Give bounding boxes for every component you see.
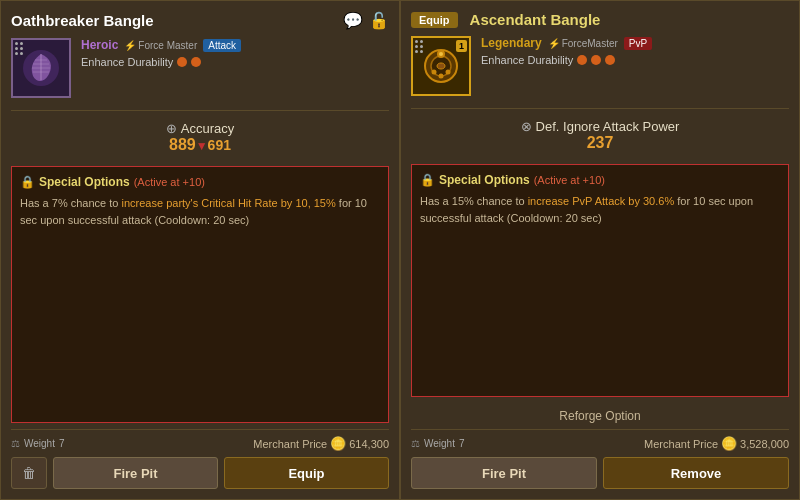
- right-quality: Legendary: [481, 36, 542, 50]
- right-panel-title: Ascendant Bangle: [470, 11, 601, 28]
- right-reforge-label: Reforge Option: [559, 409, 640, 423]
- left-panel-title: Oathbreaker Bangle: [11, 12, 154, 29]
- right-enhance-dot-3: [605, 55, 615, 65]
- right-weight-icon: ⚖: [411, 438, 420, 449]
- right-enhance-label: Enhance Durability: [481, 54, 573, 66]
- feather-svg: [19, 46, 63, 90]
- right-remove-button[interactable]: Remove: [603, 457, 789, 489]
- right-coin-icon: 🪙: [721, 436, 737, 451]
- right-enhance-dot-2: [591, 55, 601, 65]
- left-class-icon: ⚡: [124, 40, 136, 51]
- left-enhance-dot-2: [191, 57, 201, 67]
- left-item-details: Heroic ⚡ Force Master Attack Enhance Dur…: [81, 38, 389, 68]
- left-stat-sub: 691: [208, 137, 231, 153]
- left-weight: ⚖ Weight 7: [11, 438, 65, 449]
- left-price: Merchant Price 🪙 614,300: [253, 436, 389, 451]
- right-special-header: 🔒 Special Options (Active at +10): [420, 173, 780, 187]
- left-lock-icon: 🔒: [20, 175, 35, 189]
- left-header-icons: 💬 🔓: [343, 11, 389, 30]
- right-stat-value: 237: [411, 134, 789, 152]
- left-stat-arrow: ▼: [196, 139, 208, 153]
- right-item-icon: 1: [411, 36, 471, 96]
- left-quality: Heroic: [81, 38, 118, 52]
- left-class: ⚡ Force Master: [124, 40, 197, 51]
- left-special-box: 🔒 Special Options (Active at +10) Has a …: [11, 166, 389, 423]
- left-enhance-row: Enhance Durability: [81, 56, 389, 68]
- left-coin-icon: 🪙: [330, 436, 346, 451]
- right-special-highlight: increase PvP Attack by 30.6%: [528, 195, 675, 207]
- left-special-header: 🔒 Special Options (Active at +10): [20, 175, 380, 189]
- left-special-title: Special Options: [39, 175, 130, 189]
- chat-icon[interactable]: 💬: [343, 11, 363, 30]
- right-special-title: Special Options: [439, 173, 530, 187]
- left-quality-row: Heroic ⚡ Force Master Attack: [81, 38, 389, 52]
- right-item-badge: 1: [456, 40, 467, 52]
- left-firepit-button[interactable]: Fire Pit: [53, 457, 218, 489]
- right-reforge-section: Reforge Option: [411, 403, 789, 429]
- left-trash-button[interactable]: 🗑: [11, 457, 47, 489]
- left-enhance-dot-1: [177, 57, 187, 67]
- right-special-box: 🔒 Special Options (Active at +10) Has a …: [411, 164, 789, 397]
- left-icon-dots: [15, 42, 23, 55]
- right-firepit-button[interactable]: Fire Pit: [411, 457, 597, 489]
- right-item-info: 1 Legendary ⚡ ForceMaster PvP: [411, 36, 789, 96]
- right-weight: ⚖ Weight 7: [411, 438, 465, 449]
- right-class: ⚡ ForceMaster: [548, 38, 618, 49]
- right-divider-1: [411, 108, 789, 109]
- svg-point-5: [432, 70, 437, 75]
- right-special-text: Has a 15% chance to increase PvP Attack …: [420, 193, 780, 226]
- right-icon-dots: [415, 40, 423, 53]
- left-panel: Oathbreaker Bangle 💬 🔓 Heroic: [0, 0, 400, 500]
- right-stat-icon: ⊗: [521, 119, 532, 134]
- left-special-highlight: increase party's Critical Hit Rate by 10…: [122, 197, 336, 209]
- right-stat-section: ⊗ Def. Ignore Attack Power 237: [411, 119, 789, 152]
- left-stat-value: 889▼691: [11, 136, 389, 154]
- right-panel: Equip Ascendant Bangle 1: [400, 0, 800, 500]
- left-weight-icon: ⚖: [11, 438, 20, 449]
- right-stat-name: ⊗ Def. Ignore Attack Power: [411, 119, 789, 134]
- left-divider-1: [11, 110, 389, 111]
- right-enhance-dot-1: [577, 55, 587, 65]
- left-tag: Attack: [203, 39, 241, 52]
- right-panel-header: Equip Ascendant Bangle: [411, 11, 789, 28]
- left-stat-name: ⊕ Accuracy: [11, 121, 389, 136]
- left-stat-icon: ⊕: [166, 121, 177, 136]
- left-footer: ⚖ Weight 7 Merchant Price 🪙 614,300: [11, 429, 389, 451]
- svg-point-4: [439, 52, 443, 56]
- right-item-details: Legendary ⚡ ForceMaster PvP Enhance Dura…: [481, 36, 789, 66]
- right-equip-top-button[interactable]: Equip: [411, 12, 458, 28]
- left-equip-button[interactable]: Equip: [224, 457, 389, 489]
- svg-point-6: [446, 70, 451, 75]
- right-enhance-row: Enhance Durability: [481, 54, 789, 66]
- left-special-text: Has a 7% chance to increase party's Crit…: [20, 195, 380, 228]
- left-action-buttons: 🗑 Fire Pit Equip: [11, 457, 389, 489]
- left-special-active: (Active at +10): [134, 176, 205, 188]
- left-item-icon: [11, 38, 71, 98]
- lock-top-icon[interactable]: 🔓: [369, 11, 389, 30]
- left-panel-header: Oathbreaker Bangle 💬 🔓: [11, 11, 389, 30]
- right-special-active: (Active at +10): [534, 174, 605, 186]
- right-lock-icon: 🔒: [420, 173, 435, 187]
- right-class-icon: ⚡: [548, 38, 560, 49]
- left-item-info: Heroic ⚡ Force Master Attack Enhance Dur…: [11, 38, 389, 98]
- right-action-buttons: Fire Pit Remove: [411, 457, 789, 489]
- right-tag: PvP: [624, 37, 652, 50]
- left-stat-section: ⊕ Accuracy 889▼691: [11, 121, 389, 154]
- left-enhance-label: Enhance Durability: [81, 56, 173, 68]
- right-price: Merchant Price 🪙 3,528,000: [644, 436, 789, 451]
- right-quality-row: Legendary ⚡ ForceMaster PvP: [481, 36, 789, 50]
- right-title-group: Equip Ascendant Bangle: [411, 11, 600, 28]
- svg-point-7: [439, 74, 444, 79]
- right-footer: ⚖ Weight 7 Merchant Price 🪙 3,528,000: [411, 429, 789, 451]
